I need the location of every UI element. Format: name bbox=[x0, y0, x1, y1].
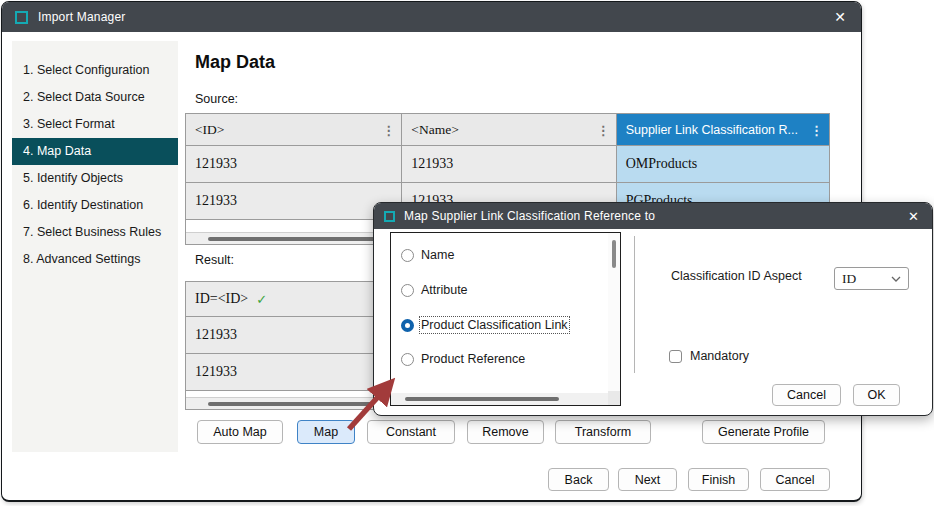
column-header-label: ID=<ID> bbox=[195, 291, 248, 307]
sidebar-item-label: 5. Identify Objects bbox=[23, 171, 123, 185]
button-label: OK bbox=[867, 388, 885, 402]
radio-icon[interactable] bbox=[401, 249, 414, 262]
sidebar-item-label: 6. Identify Destination bbox=[23, 198, 143, 212]
button-label: Auto Map bbox=[213, 425, 267, 439]
table-cell[interactable]: OMProducts bbox=[617, 145, 829, 182]
window-title: Import Manager bbox=[38, 10, 126, 24]
option-label: Product Classification Link bbox=[421, 318, 568, 332]
app-icon bbox=[15, 11, 28, 24]
sidebar-item-label: 8. Advanced Settings bbox=[23, 252, 140, 266]
dialog-ok-button[interactable]: OK bbox=[853, 384, 900, 406]
finish-button[interactable]: Finish bbox=[688, 468, 749, 491]
radio-icon[interactable] bbox=[401, 284, 414, 297]
sidebar-item-label: 7. Select Business Rules bbox=[23, 225, 161, 239]
sidebar-item-select-format[interactable]: 3. Select Format bbox=[12, 111, 178, 138]
sidebar-item-identify-objects[interactable]: 5. Identify Objects bbox=[12, 165, 178, 192]
constant-button[interactable]: Constant bbox=[367, 420, 455, 444]
next-button[interactable]: Next bbox=[618, 468, 677, 491]
sidebar-item-label: 1. Select Configuration bbox=[23, 63, 149, 77]
button-label: Cancel bbox=[776, 473, 815, 487]
listbox-vertical-scrollbar[interactable] bbox=[608, 233, 620, 393]
combobox-value: ID bbox=[842, 271, 856, 287]
source-label: Source: bbox=[195, 92, 238, 106]
button-label: Finish bbox=[702, 473, 735, 487]
map-supplier-link-dialog: Map Supplier Link Classification Referen… bbox=[373, 202, 933, 416]
scrollbar-thumb[interactable] bbox=[405, 397, 559, 401]
auto-map-button[interactable]: Auto Map bbox=[197, 420, 283, 444]
sidebar-item-select-data-source[interactable]: 2. Select Data Source bbox=[12, 84, 178, 111]
radio-icon[interactable] bbox=[401, 353, 414, 366]
button-label: Constant bbox=[386, 425, 436, 439]
mandatory-checkbox-row: Mandatory bbox=[669, 349, 749, 363]
button-label: Generate Profile bbox=[718, 425, 809, 439]
scrollbar-thumb[interactable] bbox=[612, 240, 616, 268]
remove-button[interactable]: Remove bbox=[467, 420, 544, 444]
button-label: Back bbox=[565, 473, 593, 487]
mandatory-checkbox[interactable] bbox=[669, 350, 682, 363]
button-label: Cancel bbox=[787, 388, 826, 402]
source-table-row: 121933 121933 OMProducts bbox=[186, 145, 829, 182]
app-icon bbox=[384, 211, 395, 222]
radio-icon[interactable] bbox=[401, 319, 414, 332]
sidebar-item-label: 3. Select Format bbox=[23, 117, 115, 131]
result-label: Result: bbox=[195, 253, 234, 267]
sidebar-item-select-business-rules[interactable]: 7. Select Business Rules bbox=[12, 219, 178, 246]
classification-id-aspect-combobox[interactable]: ID bbox=[834, 267, 909, 290]
classification-id-aspect-label: Classification ID Aspect bbox=[671, 269, 802, 283]
back-button[interactable]: Back bbox=[548, 468, 609, 491]
option-product-classification-link[interactable]: Product Classification Link bbox=[391, 313, 568, 337]
option-label: Attribute bbox=[421, 283, 468, 297]
generate-profile-button[interactable]: Generate Profile bbox=[702, 420, 825, 444]
option-name[interactable]: Name bbox=[391, 243, 454, 267]
close-icon[interactable]: ✕ bbox=[908, 210, 919, 223]
option-product-reference[interactable]: Product Reference bbox=[391, 347, 525, 371]
option-label: Name bbox=[421, 248, 454, 262]
close-icon[interactable]: ✕ bbox=[834, 10, 846, 24]
cancel-button[interactable]: Cancel bbox=[760, 468, 830, 491]
map-button[interactable]: Map bbox=[297, 420, 355, 444]
dialog-title: Map Supplier Link Classification Referen… bbox=[404, 209, 655, 223]
sidebar-item-map-data[interactable]: 4. Map Data bbox=[12, 138, 178, 165]
sidebar-item-advanced-settings[interactable]: 8. Advanced Settings bbox=[12, 246, 178, 273]
table-cell[interactable]: 121933 bbox=[186, 145, 402, 182]
chevron-down-icon bbox=[891, 276, 901, 282]
sidebar-item-label: 4. Map Data bbox=[23, 144, 91, 158]
vertical-divider bbox=[634, 236, 635, 373]
button-label: Next bbox=[635, 473, 661, 487]
column-header-label: <Name> bbox=[411, 122, 458, 138]
column-menu-icon[interactable]: ⋮ bbox=[382, 122, 395, 137]
scrollbar-corner bbox=[608, 391, 620, 405]
button-label: Map bbox=[314, 425, 338, 439]
window-titlebar: Import Manager ✕ bbox=[2, 2, 861, 32]
source-column-header-name[interactable]: <Name> ⋮ bbox=[402, 114, 616, 145]
dialog-titlebar: Map Supplier Link Classification Referen… bbox=[374, 203, 932, 229]
column-menu-icon[interactable]: ⋮ bbox=[810, 122, 823, 137]
button-label: Remove bbox=[482, 425, 529, 439]
sidebar-item-select-configuration[interactable]: 1. Select Configuration bbox=[12, 57, 178, 84]
dialog-cancel-button[interactable]: Cancel bbox=[772, 384, 841, 406]
button-label: Transform bbox=[575, 425, 632, 439]
map-target-listbox: Name Attribute Product Classification Li… bbox=[390, 232, 621, 406]
column-header-label: <ID> bbox=[195, 122, 224, 138]
option-label: Product Reference bbox=[421, 352, 525, 366]
page-title: Map Data bbox=[195, 52, 275, 73]
table-cell[interactable]: 121933 bbox=[402, 145, 616, 182]
sidebar-item-identify-destination[interactable]: 6. Identify Destination bbox=[12, 192, 178, 219]
mandatory-label: Mandatory bbox=[690, 349, 749, 363]
source-column-header-id[interactable]: <ID> ⋮ bbox=[186, 114, 402, 145]
option-attribute[interactable]: Attribute bbox=[391, 278, 468, 302]
transform-button[interactable]: Transform bbox=[555, 420, 651, 444]
column-header-label: Supplier Link Classification R... bbox=[626, 123, 798, 137]
column-menu-icon[interactable]: ⋮ bbox=[597, 122, 610, 137]
wizard-steps-sidebar: 1. Select Configuration 2. Select Data S… bbox=[12, 41, 178, 452]
source-column-header-supplier-link[interactable]: Supplier Link Classification R... ⋮ bbox=[617, 114, 829, 145]
source-table-header-row: <ID> ⋮ <Name> ⋮ Supplier Link Classifica… bbox=[186, 114, 829, 145]
mapped-check-icon: ✓ bbox=[256, 292, 267, 307]
table-cell[interactable]: 121933 bbox=[186, 182, 402, 219]
listbox-horizontal-scrollbar[interactable] bbox=[391, 393, 608, 405]
sidebar-item-label: 2. Select Data Source bbox=[23, 90, 145, 104]
